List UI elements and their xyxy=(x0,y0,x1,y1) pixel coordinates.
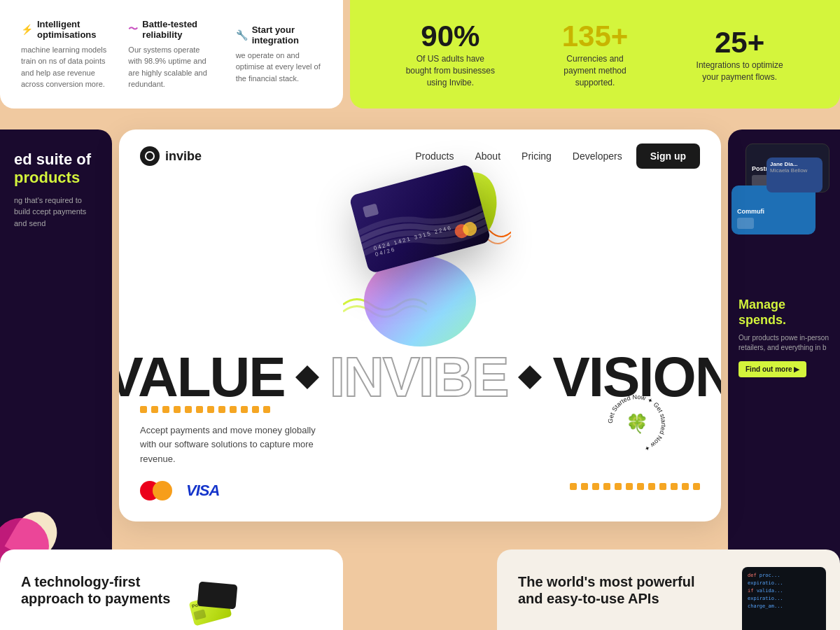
nav-link-pricing[interactable]: Pricing xyxy=(522,150,552,162)
feature-desc-3: we operate on and optimise at every leve… xyxy=(236,50,322,85)
rdot-8 xyxy=(648,483,655,490)
commufi-card: Commufi xyxy=(732,186,816,234)
feature-desc: machine learning models train on ns of d… xyxy=(21,44,107,90)
payment-logos: VISA xyxy=(140,481,322,500)
dark-mini-card xyxy=(197,581,238,609)
rdot-2 xyxy=(581,483,588,490)
signup-button[interactable]: Sign up xyxy=(636,144,700,169)
rdot-1 xyxy=(570,483,577,490)
stat-item-3: 25+ Integrations to optimize your paymen… xyxy=(694,26,785,83)
stat-item-1: 90% Of US adults have bought from busine… xyxy=(405,20,496,88)
bottom-left-panel: A technology-first approach to payments … xyxy=(0,550,343,630)
feature-optimisations: ⚡ Intelligent optimisations machine lear… xyxy=(21,19,107,90)
mastercard-logo xyxy=(140,481,172,500)
stat-desc-2: Currencies and payment method supported. xyxy=(550,53,640,88)
feature-title: ⚡ Intelligent optimisations xyxy=(21,19,107,40)
rdot-9 xyxy=(659,483,666,490)
code-line-1: def proc... xyxy=(748,573,820,578)
rdot-3 xyxy=(592,483,599,490)
code-line-2: expiratio... xyxy=(748,580,820,586)
stat-desc-3: Integrations to optimize your payment fl… xyxy=(694,59,785,83)
stat-desc-1: Of US adults have bought from businesses… xyxy=(405,53,496,88)
rdot-11 xyxy=(682,483,689,490)
hero-right-dots xyxy=(570,483,700,500)
hero-description: Accept payments and move money globally … xyxy=(140,424,322,467)
rdot-6 xyxy=(626,483,633,490)
diamond-icon-right xyxy=(518,365,542,389)
lightning-icon: ⚡ xyxy=(21,24,33,35)
logo-icon xyxy=(140,146,160,166)
clover-icon: 🍀 xyxy=(626,413,648,435)
bottom-right-heading: The world's most powerful and easy-to-us… xyxy=(518,573,695,607)
rdot-12 xyxy=(693,483,700,490)
bottom-card-visual: Postmates xyxy=(181,559,237,622)
code-line-3: if valida... xyxy=(748,588,820,594)
code-line-4: expiratio... xyxy=(748,596,820,601)
bottom-right-panel: The world's most powerful and easy-to-us… xyxy=(497,550,840,630)
find-out-button[interactable]: Find out more ▶ xyxy=(738,361,806,377)
nav-link-about[interactable]: About xyxy=(475,150,500,162)
rdot-10 xyxy=(671,483,678,490)
stat-value-3: 25+ xyxy=(694,26,785,59)
features-card: ⚡ Intelligent optimisations machine lear… xyxy=(0,0,343,108)
hero-left-content: Accept payments and move money globally … xyxy=(140,406,322,500)
card-visual: 0424 1421 3315 2246 04/26 xyxy=(322,164,518,360)
wave-icon: 〜 xyxy=(128,23,138,36)
stats-strip: 90% Of US adults have bought from busine… xyxy=(350,0,840,108)
left-panel-desc: ng that's required to build ccept paymen… xyxy=(14,195,98,230)
stat-value-1: 90% xyxy=(405,20,496,53)
nav-links: Products About Pricing Developers xyxy=(415,150,622,162)
code-line-5: charge_am... xyxy=(748,603,820,609)
feature-title-2: 〜 Battle-tested reliability xyxy=(128,19,214,40)
stat-value-2: 135+ xyxy=(550,20,640,53)
stat-item-2: 135+ Currencies and payment method suppo… xyxy=(550,20,640,88)
mc-circle-yellow xyxy=(153,481,172,500)
feature-desc-2: Our systems operate with 98.9% uptime an… xyxy=(128,44,214,90)
logo: invibe xyxy=(140,146,202,166)
feature-reliability: 〜 Battle-tested reliability Our systems … xyxy=(128,19,214,90)
rdot-7 xyxy=(637,483,644,490)
dots-right xyxy=(570,483,700,490)
left-panel-highlight: products xyxy=(14,169,80,186)
commufi-label: Commufi xyxy=(737,208,810,215)
diamond-icon-left xyxy=(295,365,319,389)
left-panel-heading: ed suite of products xyxy=(14,150,98,188)
hero-card: invibe Products About Pricing Developers… xyxy=(119,130,721,522)
right-panel-bottom: Managespends. Our products powe in-perso… xyxy=(738,298,830,377)
circular-badge: Get Started Now ✦ Get started Now ✦ 🍀 xyxy=(602,388,672,458)
navbar: invibe Products About Pricing Developers… xyxy=(119,130,721,183)
visa-logo: VISA xyxy=(186,482,219,500)
code-preview: def proc... expiratio... if valida... ex… xyxy=(742,567,826,630)
nav-link-products[interactable]: Products xyxy=(415,150,454,162)
logo-icon-inner xyxy=(145,151,155,161)
bottom-left-heading: A technology-first approach to payments xyxy=(21,573,170,607)
manage-heading: Managespends. xyxy=(738,298,830,328)
hero-title-value: VALUE xyxy=(119,345,285,410)
wrench-icon: 🔧 xyxy=(236,29,248,41)
nav-link-developers[interactable]: Developers xyxy=(573,150,622,162)
feature-title-3: 🔧 Start your integration xyxy=(236,24,322,46)
rdot-5 xyxy=(615,483,622,490)
right-panel-desc: Our products powe in-person retailers, a… xyxy=(738,333,830,353)
feature-integration: 🔧 Start your integration we operate on a… xyxy=(236,24,322,85)
card-previews: Postm... Commufi Jane Dia... Micaela Bel… xyxy=(738,144,830,284)
jane-card: Jane Dia... Micaela Bellow xyxy=(766,158,822,192)
rdot-4 xyxy=(603,483,610,490)
logo-text: invibe xyxy=(165,149,202,164)
